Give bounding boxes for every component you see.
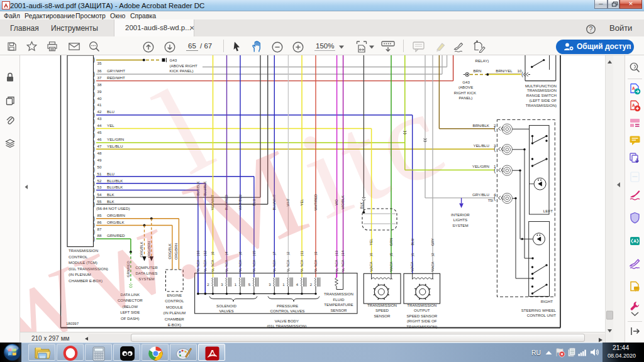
svg-text:NCA: NCA xyxy=(300,260,304,266)
svg-text:): ) xyxy=(93,132,95,138)
svg-text:(RIGHT SIDE OF: (RIGHT SIDE OF xyxy=(407,319,437,323)
svg-text:): ) xyxy=(93,167,95,173)
svg-text:): ) xyxy=(93,98,95,104)
svg-text:TRANSMISSION: TRANSMISSION xyxy=(407,303,436,307)
svg-text:PRESSURE: PRESSURE xyxy=(277,304,298,308)
svg-text:T5l: T5l xyxy=(488,199,493,202)
svg-text:NCA: NCA xyxy=(314,260,318,266)
svg-text:LIGHTS: LIGHTS xyxy=(453,217,467,222)
svg-text:): ) xyxy=(93,160,95,166)
svg-text:A: A xyxy=(633,239,636,243)
svg-text:48: 48 xyxy=(97,151,102,155)
svg-text:): ) xyxy=(93,84,95,90)
svg-text:): ) xyxy=(93,78,95,84)
svg-text:): ) xyxy=(93,140,95,146)
svg-text:BLU: BLU xyxy=(411,239,414,246)
svg-text:38: 38 xyxy=(97,82,102,87)
svg-text:(: ( xyxy=(494,167,496,173)
svg-text:CHAMBER: CHAMBER xyxy=(165,317,184,321)
svg-text:YEL: YEL xyxy=(107,123,114,128)
svg-text:50: 50 xyxy=(97,165,102,169)
svg-text:A: A xyxy=(632,86,635,90)
svg-text:CONTROL VALVES: CONTROL VALVES xyxy=(270,309,305,313)
svg-text:53: 53 xyxy=(97,185,102,189)
svg-text:GRY/WHT: GRY/WHT xyxy=(107,69,125,73)
svg-text:GRY: GRY xyxy=(431,238,435,246)
svg-text:BRN/BLK: BRN/BLK xyxy=(473,123,490,128)
svg-text:SPEED: SPEED xyxy=(375,308,389,312)
svg-text:YEL/BLU: YEL/BLU xyxy=(474,143,489,148)
svg-text:YEL/BLU: YEL/BLU xyxy=(107,144,123,148)
svg-text:): ) xyxy=(93,187,95,193)
svg-text:CONTROL UNIT: CONTROL UNIT xyxy=(527,313,556,317)
svg-text:)5: )5 xyxy=(389,253,393,256)
svg-text:VALVES: VALVES xyxy=(219,309,233,313)
svg-text:(LEFT SIDE OF: (LEFT SIDE OF xyxy=(529,98,557,102)
svg-text:NCA: NCA xyxy=(389,261,393,268)
svg-text:)1: )1 xyxy=(411,253,414,256)
svg-text:)2: )2 xyxy=(431,253,435,256)
svg-text:RELAY): RELAY) xyxy=(475,58,489,63)
svg-text:)13: )13 xyxy=(335,250,338,256)
svg-text:39: 39 xyxy=(97,89,102,94)
svg-text:): ) xyxy=(93,146,95,152)
svg-text:BLU: BLU xyxy=(107,109,114,114)
svg-text:)6: )6 xyxy=(369,253,373,256)
svg-text:36: 36 xyxy=(97,69,102,73)
svg-text:BRN: BRN xyxy=(473,69,481,73)
svg-text:SENSOR: SENSOR xyxy=(374,314,391,318)
svg-text:G43: G43 xyxy=(170,58,177,62)
svg-text:49: 49 xyxy=(97,158,102,162)
svg-text:BLU/BLK: BLU/BLK xyxy=(107,178,123,183)
svg-text:RIGHT: RIGHT xyxy=(541,299,553,304)
svg-text:2: 2 xyxy=(310,283,313,287)
svg-text:): ) xyxy=(93,112,95,118)
svg-text:KICK PANEL): KICK PANEL) xyxy=(170,69,194,73)
svg-text:GRN: GRN xyxy=(389,238,393,246)
svg-text:YEL/GRN: YEL/GRN xyxy=(472,164,489,168)
svg-text:47: 47 xyxy=(97,144,102,148)
svg-text:): ) xyxy=(93,126,95,132)
svg-text:SENSOR: SENSOR xyxy=(330,308,347,312)
svg-text:OUTPUT: OUTPUT xyxy=(414,308,430,312)
svg-text:46: 46 xyxy=(97,137,102,141)
svg-text:(: ( xyxy=(494,195,496,201)
svg-text:SOLENOID: SOLENOID xyxy=(216,304,237,308)
svg-text:RANGE SWITCH: RANGE SWITCH xyxy=(526,93,557,97)
svg-text:): ) xyxy=(93,173,95,180)
svg-text:4: 4 xyxy=(296,283,299,287)
svg-text:(: ( xyxy=(494,126,496,132)
svg-text:NCA: NCA xyxy=(369,261,373,268)
svg-text:(ABOVE: (ABOVE xyxy=(458,85,473,89)
svg-text:40: 40 xyxy=(97,96,102,101)
svg-text:BRN/YEL: BRN/YEL xyxy=(496,69,513,73)
svg-text:42: 42 xyxy=(97,109,102,114)
svg-text:INTERIOR: INTERIOR xyxy=(451,212,470,217)
svg-text:37: 37 xyxy=(97,75,102,80)
svg-text:(01L TRANSMISSION): (01L TRANSMISSION) xyxy=(267,324,307,328)
svg-text:www.M: www.M xyxy=(20,120,328,332)
svg-text:(: ( xyxy=(494,146,496,152)
svg-text:RIGHT KICK: RIGHT KICK xyxy=(454,90,477,95)
svg-text:5: 5 xyxy=(248,283,251,287)
svg-text:43: 43 xyxy=(97,116,102,121)
svg-text:TRANSMISSION): TRANSMISSION) xyxy=(406,324,437,329)
svg-text:35: 35 xyxy=(97,61,102,65)
svg-text:45: 45 xyxy=(97,130,102,134)
svg-text:A: A xyxy=(632,103,635,107)
svg-text:): ) xyxy=(93,57,95,63)
svg-text:FLUID: FLUID xyxy=(333,297,345,302)
svg-text:3: 3 xyxy=(269,283,271,287)
svg-text:TEMPERATURE: TEMPERATURE xyxy=(324,302,353,307)
svg-text:STEERING WHEEL: STEERING WHEEL xyxy=(521,308,557,312)
svg-text:51: 51 xyxy=(97,172,102,176)
svg-text:(ABOVE RIGHT: (ABOVE RIGHT xyxy=(170,63,198,68)
svg-text:GRY/BLU: GRY/BLU xyxy=(472,192,489,197)
svg-text:E-BOX): E-BOX) xyxy=(168,322,181,327)
svg-text:): ) xyxy=(93,104,95,111)
svg-text:G43: G43 xyxy=(462,80,470,84)
svg-text:MULTIFUNCTION: MULTIFUNCTION xyxy=(525,84,557,88)
svg-text:1: 1 xyxy=(282,283,285,287)
svg-text:NCA: NCA xyxy=(341,260,345,266)
svg-text:TRANSMISSION: TRANSMISSION xyxy=(324,292,353,296)
